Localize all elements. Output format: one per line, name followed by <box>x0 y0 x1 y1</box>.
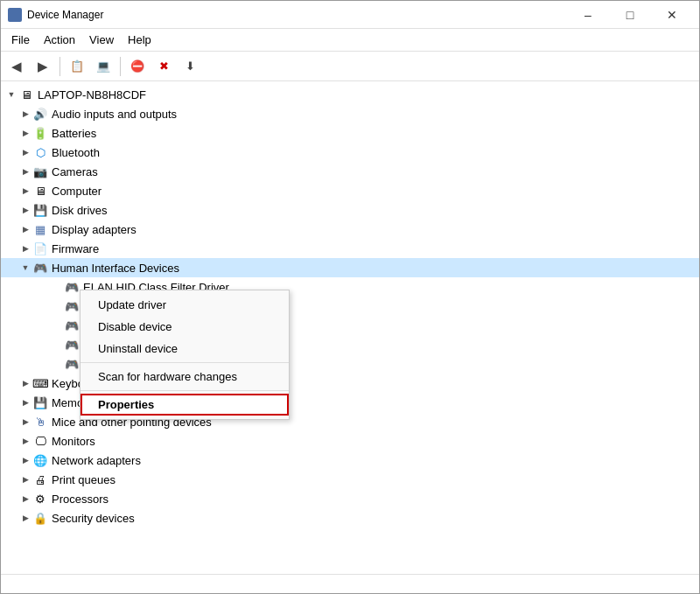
maximize-button[interactable]: □ <box>610 2 650 28</box>
cameras-expand-icon[interactable]: ▶ <box>18 164 32 178</box>
firmware-label: Firmware <box>52 242 99 255</box>
tree-item-firmware[interactable]: ▶ 📄 Firmware <box>1 239 699 258</box>
toolbar-separator-1 <box>60 57 60 76</box>
mice-icon: 🖱 <box>32 414 48 430</box>
display-icon: ▦ <box>32 221 48 237</box>
device-manager-window: Device Manager – □ ✕ File Action View He… <box>0 0 700 594</box>
tree-item-monitors[interactable]: ▶ 🖵 Monitors <box>1 431 699 451</box>
tree-root[interactable]: ▼ 🖥 LAPTOP-NB8H8CDF <box>1 85 699 104</box>
main-content: ▼ 🖥 LAPTOP-NB8H8CDF ▶ 🔊 Audio inputs and… <box>1 81 699 574</box>
batteries-icon: 🔋 <box>32 125 48 141</box>
firmware-expand-icon[interactable]: ▶ <box>18 241 32 255</box>
tree-item-audio[interactable]: ▶ 🔊 Audio inputs and outputs <box>1 104 699 123</box>
monitors-expand-icon[interactable]: ▶ <box>18 434 32 448</box>
hid-expand-icon[interactable]: ▼ <box>18 261 32 275</box>
toolbar: ◀ ▶ 📋 💻 ⛔ ✖ ⬇ <box>1 52 699 81</box>
ctx-scan-hardware[interactable]: Scan for hardware changes <box>80 366 289 388</box>
window-controls: – □ ✕ <box>568 2 692 28</box>
ctx-uninstall-device[interactable]: Uninstall device <box>80 338 289 360</box>
print-icon: 🖨 <box>32 472 48 487</box>
menu-help[interactable]: Help <box>121 31 158 48</box>
memory-icon: 💾 <box>32 395 48 410</box>
hid2-icon: 🎮 <box>64 298 80 314</box>
menu-file[interactable]: File <box>4 31 37 48</box>
bluetooth-icon: ⬡ <box>32 144 48 160</box>
processors-label: Processors <box>52 493 108 506</box>
hid-icon: 🎮 <box>32 260 48 276</box>
minimize-button[interactable]: – <box>568 2 608 28</box>
status-bar <box>1 574 699 593</box>
monitors-icon: 🖵 <box>32 433 48 449</box>
root-computer-icon: 🖥 <box>18 87 34 102</box>
properties-toolbar-button[interactable]: 📋 <box>65 54 89 79</box>
menu-view[interactable]: View <box>82 31 121 48</box>
app-icon <box>8 8 22 22</box>
root-expand-icon[interactable]: ▼ <box>4 87 18 101</box>
disk-icon: 💾 <box>32 202 48 218</box>
root-label: LAPTOP-NB8H8CDF <box>38 88 146 101</box>
memory-expand-icon[interactable]: ▶ <box>18 395 32 409</box>
scan-button[interactable]: ⬇ <box>178 54 202 79</box>
ctx-separator-2 <box>80 390 289 391</box>
menu-action[interactable]: Action <box>37 31 82 48</box>
processors-icon: ⚙ <box>32 491 48 507</box>
disk-label: Disk drives <box>52 204 108 217</box>
audio-expand-icon[interactable]: ▶ <box>18 107 32 121</box>
hid3-icon: 🎮 <box>64 318 80 333</box>
uninstall-button[interactable]: ✖ <box>151 54 176 79</box>
tree-item-processors[interactable]: ▶ ⚙ Processors <box>1 489 699 508</box>
menu-bar: File Action View Help <box>1 29 699 52</box>
forward-button[interactable]: ▶ <box>31 54 55 79</box>
security-icon: 🔒 <box>32 510 48 526</box>
tree-item-print[interactable]: ▶ 🖨 Print queues <box>1 470 699 489</box>
tree-item-security[interactable]: ▶ 🔒 Security devices <box>1 508 699 528</box>
audio-icon: 🔊 <box>32 106 48 122</box>
security-label: Security devices <box>52 512 135 525</box>
computer-icon: 🖥 <box>32 183 48 199</box>
bluetooth-label: Bluetooth <box>52 146 100 159</box>
context-menu: Update driver Disable device Uninstall d… <box>80 290 290 420</box>
hid4-icon: 🎮 <box>64 337 80 353</box>
tree-item-bluetooth[interactable]: ▶ ⬡ Bluetooth <box>1 143 699 162</box>
tree-item-computer[interactable]: ▶ 🖥 Computer <box>1 181 699 200</box>
tree-item-disk[interactable]: ▶ 💾 Disk drives <box>1 200 699 220</box>
keyboards-expand-icon[interactable]: ▶ <box>18 376 32 390</box>
tree-item-network[interactable]: ▶ 🌐 Network adapters <box>1 451 699 470</box>
ctx-disable-device[interactable]: Disable device <box>80 316 289 338</box>
cameras-label: Cameras <box>52 165 98 178</box>
elan-icon: 🎮 <box>64 279 80 295</box>
update-driver-button[interactable]: 💻 <box>91 54 116 79</box>
window-title: Device Manager <box>27 9 568 21</box>
ctx-separator-1 <box>80 362 289 363</box>
disk-expand-icon[interactable]: ▶ <box>18 203 32 217</box>
tree-item-display[interactable]: ▶ ▦ Display adapters <box>1 220 699 239</box>
disable-device-button[interactable]: ⛔ <box>125 54 150 79</box>
hid5-icon: 🎮 <box>64 356 80 372</box>
processors-expand-icon[interactable]: ▶ <box>18 492 32 506</box>
display-expand-icon[interactable]: ▶ <box>18 222 32 236</box>
tree-item-batteries[interactable]: ▶ 🔋 Batteries <box>1 123 699 143</box>
close-button[interactable]: ✕ <box>652 2 692 28</box>
ctx-properties[interactable]: Properties <box>80 394 289 416</box>
mice-expand-icon[interactable]: ▶ <box>18 415 32 429</box>
title-bar: Device Manager – □ ✕ <box>1 1 699 29</box>
monitors-label: Monitors <box>52 435 95 448</box>
tree-item-cameras[interactable]: ▶ 📷 Cameras <box>1 162 699 181</box>
bluetooth-expand-icon[interactable]: ▶ <box>18 145 32 159</box>
cameras-icon: 📷 <box>32 164 48 179</box>
network-expand-icon[interactable]: ▶ <box>18 453 32 467</box>
audio-label: Audio inputs and outputs <box>52 108 177 121</box>
display-label: Display adapters <box>52 223 136 236</box>
tree-item-hid[interactable]: ▼ 🎮 Human Interface Devices <box>1 258 699 277</box>
network-label: Network adapters <box>52 454 141 467</box>
keyboards-icon: ⌨ <box>32 375 48 391</box>
batteries-expand-icon[interactable]: ▶ <box>18 126 32 140</box>
toolbar-separator-2 <box>120 57 121 76</box>
hid-label: Human Interface Devices <box>52 262 179 275</box>
computer-expand-icon[interactable]: ▶ <box>18 184 32 198</box>
back-button[interactable]: ◀ <box>4 54 29 79</box>
network-icon: 🌐 <box>32 452 48 468</box>
print-expand-icon[interactable]: ▶ <box>18 472 32 486</box>
ctx-update-driver[interactable]: Update driver <box>80 294 289 316</box>
security-expand-icon[interactable]: ▶ <box>18 511 32 525</box>
